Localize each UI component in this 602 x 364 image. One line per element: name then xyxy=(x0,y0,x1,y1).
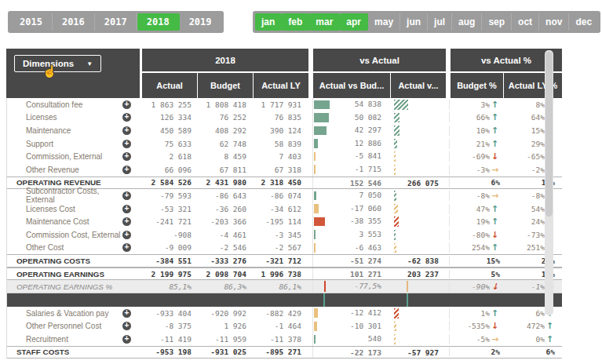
row-label: Recruitment xyxy=(26,335,68,344)
up-arrow-icon: ↑ xyxy=(490,139,500,149)
value-cell: 2 431 980 xyxy=(198,178,253,187)
variance-ly-bar-cell xyxy=(389,111,444,125)
month-button-feb[interactable]: feb xyxy=(282,13,309,31)
row-label-cell: Other Personnel Cost+ xyxy=(7,320,140,333)
value-cell: 2 618 xyxy=(143,152,198,161)
expand-icon[interactable]: + xyxy=(122,152,131,161)
variance-bar-cell: 50 082 xyxy=(312,111,389,125)
year-button-2016[interactable]: 2016 xyxy=(53,13,95,31)
column-header[interactable]: Actual v... xyxy=(391,73,446,98)
scrollbar-thumb[interactable] xyxy=(545,52,553,217)
budget-pct-cell: 21%↑ xyxy=(449,139,502,149)
month-button-dec[interactable]: dec xyxy=(569,13,598,31)
value-cell: -384 551 xyxy=(143,257,198,265)
variance-bar xyxy=(314,165,316,174)
variance-bar xyxy=(314,100,330,110)
expand-icon[interactable]: + xyxy=(122,113,131,122)
column-header[interactable]: Actual LY xyxy=(254,73,308,98)
month-button-jun[interactable]: jun xyxy=(400,13,428,31)
variance-bar-cell: -1 715 xyxy=(312,163,389,177)
month-button-apr[interactable]: apr xyxy=(340,13,368,31)
pct-value: 47% xyxy=(476,205,490,213)
expand-icon[interactable]: + xyxy=(122,140,131,148)
variance-ly-bar xyxy=(394,113,400,123)
pnl-pivot-table: Dimensions ▼ ☝ 2018ActualBudgetActual LY… xyxy=(6,49,562,359)
expand-icon[interactable]: + xyxy=(122,100,131,109)
pct-value: -2% xyxy=(531,166,545,174)
variance-bar xyxy=(314,204,319,213)
value-cell: -895 271 xyxy=(253,348,308,356)
budget-pct-cell: -69%↓ xyxy=(449,151,502,162)
table-row: Other Revenue+66 09667 81167 318-1 715-3… xyxy=(7,163,562,177)
variance-bar-cell: -51 274 xyxy=(312,255,389,267)
column-header[interactable]: Budget xyxy=(198,73,253,98)
expand-icon[interactable]: + xyxy=(122,191,131,200)
row-label: Consultation fee xyxy=(26,100,82,109)
budget-pct-cell: -5%→ xyxy=(449,334,502,344)
row-label-cell: Maintenance+ xyxy=(7,124,140,137)
value-cell: 76 835 xyxy=(253,113,308,122)
pct-value: 6% xyxy=(536,309,545,318)
expand-icon[interactable]: + xyxy=(122,335,131,344)
month-button-may[interactable]: may xyxy=(368,13,400,31)
expand-icon[interactable]: + xyxy=(122,231,131,239)
table-row: Consultation fee+1 863 2551 808 4181 717… xyxy=(7,98,562,111)
up-arrow-icon: ↑ xyxy=(490,112,500,122)
column-header[interactable]: Actual vs Bud... xyxy=(313,73,390,98)
expand-icon[interactable]: + xyxy=(122,205,131,213)
variance-value: -77,5% xyxy=(355,280,381,293)
variance-ly-value: 203 237 xyxy=(407,268,439,282)
row-label: Support xyxy=(26,140,53,148)
month-button-nov[interactable]: nov xyxy=(539,13,569,31)
expand-icon[interactable]: + xyxy=(122,243,131,252)
expand-icon[interactable]: + xyxy=(122,322,131,330)
dimensions-dropdown[interactable]: Dimensions ▼ xyxy=(14,55,101,72)
value-cell: 75 633 xyxy=(143,140,198,148)
table-row: Other Personnel Cost+-8 3751 926-1 464-1… xyxy=(7,320,562,333)
column-group-label: vs Actual xyxy=(313,49,446,71)
year-button-2018[interactable]: 2018 xyxy=(137,13,180,31)
value-cell: -11 378 xyxy=(253,335,308,344)
expand-icon[interactable]: + xyxy=(122,126,131,135)
month-button-oct[interactable]: oct xyxy=(512,13,539,31)
up-arrow-icon: ↑ xyxy=(490,308,500,318)
table-row: Commission, External+2 6188 4597 403-5 8… xyxy=(7,150,562,163)
value-cell: -11 959 xyxy=(198,335,253,344)
qlik-pnl-dashboard: 20152016201720182019 janfebmaraprmayjunj… xyxy=(0,0,602,364)
variance-ly-bar xyxy=(394,230,396,240)
year-button-2017[interactable]: 2017 xyxy=(95,13,137,31)
expand-icon[interactable]: + xyxy=(122,166,131,174)
month-button-sep[interactable]: sep xyxy=(482,13,512,31)
row-label: Other Cost xyxy=(26,243,64,252)
vertical-scrollbar[interactable] xyxy=(545,50,553,315)
variance-ly-bar xyxy=(394,204,398,214)
year-button-2019[interactable]: 2019 xyxy=(180,13,221,31)
table-row: STAFF COSTS-953 198-931 025-895 271-22 1… xyxy=(7,346,562,359)
budget-pct-cell: 19%↑ xyxy=(449,217,502,227)
variance-bar-cell: -17 060 xyxy=(312,202,389,216)
value-cell: -11 419 xyxy=(143,335,198,344)
pct-value: 251% xyxy=(527,243,545,252)
expand-icon[interactable]: + xyxy=(122,309,131,318)
column-group-label: 2018 xyxy=(142,49,308,71)
variance-bar xyxy=(314,308,318,318)
variance-ly-bar-cell xyxy=(389,98,444,111)
column-header[interactable]: Actual xyxy=(142,73,197,98)
month-button-jul[interactable]: jul xyxy=(428,13,452,31)
variance-value: -22 173 xyxy=(350,347,381,360)
row-label: Commission Cost, External xyxy=(26,231,121,239)
column-header[interactable]: Budget % xyxy=(451,73,503,98)
month-button-jan[interactable]: jan xyxy=(255,13,282,31)
variance-bar-cell: -12 412 xyxy=(312,307,389,320)
up-arrow-icon: ↑ xyxy=(490,204,500,214)
row-label-cell: Commission, External+ xyxy=(7,150,140,163)
year-button-2015[interactable]: 2015 xyxy=(10,13,53,31)
expand-icon[interactable]: + xyxy=(122,217,131,226)
month-button-aug[interactable]: aug xyxy=(452,13,482,31)
row-label-cell: OPERATING EARNINGS % xyxy=(7,280,140,293)
value-cell: -321 712 xyxy=(253,257,308,265)
pct-value: -8% xyxy=(476,191,490,200)
variance-ly-bar-cell: 203 237 xyxy=(389,268,444,280)
variance-bar xyxy=(314,139,318,148)
month-button-mar[interactable]: mar xyxy=(309,13,340,31)
